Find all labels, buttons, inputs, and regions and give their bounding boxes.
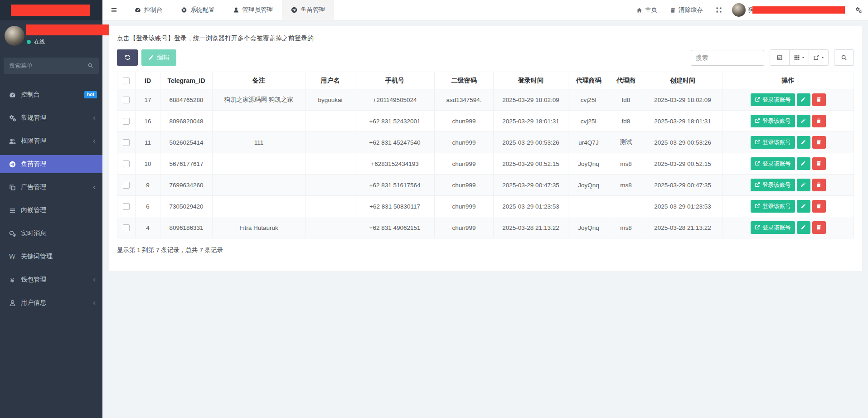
login-account-button[interactable]: 登录该账号: [751, 136, 795, 149]
redacted-logo: [11, 5, 90, 16]
tab-dashboard[interactable]: 控制台: [126, 0, 172, 20]
columns-dropdown-button[interactable]: [789, 49, 809, 66]
cell-agent: ms8: [609, 217, 643, 238]
menu-search-input[interactable]: 搜索菜单: [4, 58, 99, 74]
cell-created-time: 2025-03-29 00:53:26: [643, 132, 723, 153]
edit-row-button[interactable]: [797, 179, 810, 191]
login-account-button[interactable]: 登录该账号: [751, 221, 795, 234]
login-account-label: 登录该账号: [762, 203, 791, 210]
settings-gears-icon[interactable]: [849, 0, 868, 20]
delete-row-button[interactable]: [812, 221, 826, 234]
cell-created-time: 2025-03-28 21:13:22: [643, 217, 723, 238]
cell-login-time: 2025-03-29 18:01:31: [494, 111, 568, 132]
redacted-profile-name: [26, 24, 109, 35]
row-checkbox[interactable]: [123, 203, 130, 210]
delete-row-button[interactable]: [812, 115, 826, 127]
hamburger-icon[interactable]: [102, 0, 126, 20]
login-account-button[interactable]: 登录该账号: [751, 179, 795, 191]
edit-row-button[interactable]: [797, 157, 810, 170]
home-link[interactable]: 主页: [630, 0, 664, 20]
tab-label: 控制台: [144, 6, 163, 14]
detail-view-button[interactable]: [770, 49, 790, 66]
login-account-button[interactable]: 登录该账号: [751, 93, 795, 106]
pencil-icon: [148, 54, 155, 61]
clear-cache-link[interactable]: 清除缓存: [664, 0, 709, 20]
sidebar-item-gears[interactable]: 常规管理: [0, 109, 102, 127]
cell-note: [213, 111, 305, 132]
edit-row-button[interactable]: [797, 200, 810, 213]
trash-icon: [816, 182, 822, 188]
cell-telegram-id: 8096820048: [160, 111, 213, 132]
avatar[interactable]: [5, 26, 24, 46]
delete-row-button[interactable]: [812, 157, 826, 170]
cell-checkbox: [117, 111, 136, 132]
cell-id: 4: [136, 217, 160, 238]
sidebar-item-clone[interactable]: 广告管理: [0, 178, 102, 196]
edit-row-button[interactable]: [797, 93, 810, 106]
sidebar-item-user-o[interactable]: 用户信息: [0, 294, 102, 312]
sidebar-item-users[interactable]: 权限管理: [0, 132, 102, 150]
table-row: 115026025414111+62 831 45247540chun99920…: [117, 132, 854, 153]
sidebar-item-label: 权限管理: [21, 137, 46, 145]
delete-row-button[interactable]: [812, 93, 826, 106]
sidebar-item-dashboard[interactable]: 控制台hot: [0, 86, 102, 104]
search-button[interactable]: [834, 49, 854, 66]
export-dropdown-button[interactable]: [809, 49, 829, 66]
users-icon: [7, 138, 18, 145]
table-header-row: IDTelegram_ID备注用户名手机号二级密码登录时间代理商码代理商创建时间…: [117, 72, 854, 89]
edit-button[interactable]: 编辑: [141, 49, 176, 66]
tab-user[interactable]: 管理员管理: [224, 0, 282, 20]
table-search-input[interactable]: [691, 50, 764, 66]
navbar-avatar[interactable]: [732, 3, 746, 17]
cell-note: [213, 196, 305, 217]
cell-created-time: 2025-03-29 00:47:35: [643, 175, 723, 196]
login-account-button[interactable]: 登录该账号: [751, 200, 795, 213]
cell-phone: +62 831 50830117: [355, 196, 435, 217]
edit-row-button[interactable]: [797, 136, 810, 149]
cell-username: bygoukai: [305, 89, 355, 111]
cell-checkbox: [117, 175, 136, 196]
pencil-icon: [800, 182, 806, 188]
pencil-icon: [800, 224, 806, 231]
login-account-button[interactable]: 登录该账号: [751, 115, 795, 127]
row-checkbox[interactable]: [123, 160, 130, 167]
row-checkbox[interactable]: [123, 224, 130, 231]
cell-note: Fitra Hutauruk: [213, 217, 305, 238]
login-account-button[interactable]: 登录该账号: [751, 157, 795, 170]
col-agent: 代理商: [609, 72, 643, 89]
tab-telegram[interactable]: 鱼苗管理: [282, 0, 334, 20]
cell-password: chun999: [435, 175, 494, 196]
refresh-button[interactable]: [117, 49, 138, 66]
cell-password: chun999: [435, 111, 494, 132]
sign-in-icon: [755, 139, 761, 146]
cell-login-time: 2025-03-29 18:02:09: [494, 89, 568, 111]
row-checkbox[interactable]: [123, 139, 130, 146]
edit-row-button[interactable]: [797, 115, 810, 127]
row-checkbox[interactable]: [123, 118, 130, 125]
edit-row-button[interactable]: [797, 221, 810, 234]
row-checkbox[interactable]: [123, 97, 130, 103]
cell-agent: ms8: [609, 153, 643, 175]
delete-row-button[interactable]: [812, 179, 826, 191]
sidebar-item-telegram[interactable]: 鱼苗管理: [0, 155, 102, 173]
sidebar-item-comments[interactable]: 实时消息: [0, 224, 102, 243]
fullscreen-icon[interactable]: [709, 0, 728, 20]
cell-actions: 登录该账号: [723, 196, 854, 217]
cell-created-time: 2025-03-29 18:01:31: [643, 111, 723, 132]
cell-phone: +62 831 52432001: [355, 111, 435, 132]
navbar-username[interactable]: 狗: [748, 0, 849, 20]
sidebar-item-w[interactable]: W关键词管理: [0, 248, 102, 266]
select-all-checkbox[interactable]: [123, 78, 130, 84]
hot-badge: hot: [84, 91, 97, 98]
cell-id: 16: [136, 111, 160, 132]
gear-icon: [181, 7, 187, 13]
login-account-label: 登录该账号: [762, 224, 791, 232]
cell-phone: +62 831 51617564: [355, 175, 435, 196]
toolbar-right: [691, 49, 854, 66]
row-checkbox[interactable]: [123, 182, 130, 189]
delete-row-button[interactable]: [812, 200, 826, 213]
sidebar-item-bars[interactable]: 内嵌管理: [0, 201, 102, 219]
tab-gear[interactable]: 系统配置: [172, 0, 224, 20]
delete-row-button[interactable]: [812, 136, 826, 149]
sidebar-item-yen[interactable]: ¥钱包管理: [0, 271, 102, 289]
